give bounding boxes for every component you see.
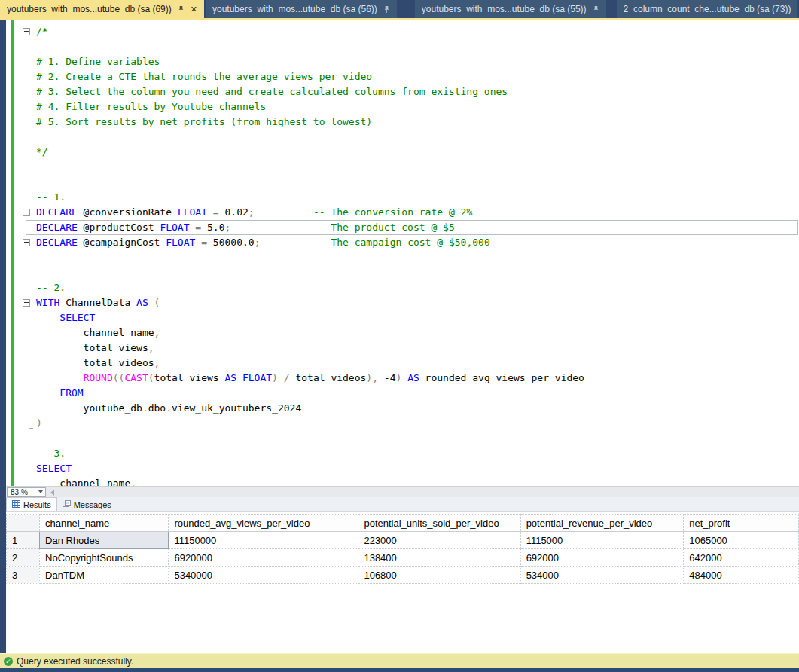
code-token: (( bbox=[113, 372, 125, 383]
results-tab-label: Results bbox=[23, 500, 51, 509]
fold-collapse-icon[interactable] bbox=[23, 209, 30, 216]
code-text: total_videos, bbox=[36, 357, 160, 368]
code-line[interactable]: */ bbox=[6, 145, 799, 160]
code-line[interactable]: # 5. Sort results by net profits (from h… bbox=[6, 115, 799, 130]
code-token: = bbox=[207, 206, 224, 218]
grid-cell[interactable]: NoCopyrightSounds bbox=[40, 549, 169, 567]
document-tab-label: 2_column_count_che...utube_db (sa (73)) bbox=[624, 4, 791, 14]
code-token: dbo bbox=[148, 402, 166, 414]
document-tab[interactable]: 2_column_count_che...utube_db (sa (73)) bbox=[617, 0, 798, 18]
code-line[interactable]: # 3. Select the column you need and crea… bbox=[6, 84, 799, 99]
close-icon[interactable]: ✕ bbox=[191, 5, 197, 14]
code-line[interactable]: FROM bbox=[6, 386, 799, 401]
code-token: @campaignCost bbox=[78, 237, 166, 248]
code-line[interactable] bbox=[6, 130, 799, 145]
code-line[interactable]: youtube_db.dbo.view_uk_youtubers_2024 bbox=[6, 401, 799, 416]
code-line[interactable]: WITH ChannelData AS ( bbox=[6, 295, 799, 310]
grid-cell[interactable]: 223000 bbox=[358, 532, 520, 549]
zoom-level-combo[interactable]: 83 % bbox=[7, 487, 46, 497]
grid-cell[interactable]: 6920000 bbox=[169, 549, 358, 567]
code-line[interactable] bbox=[6, 160, 799, 175]
code-text: DECLARE @productCost FLOAT = 5.0; -- The… bbox=[36, 221, 455, 233]
code-line[interactable]: total_views, bbox=[6, 341, 799, 356]
code-token bbox=[148, 297, 154, 308]
grid-cell[interactable]: 534000 bbox=[520, 567, 684, 584]
code-line[interactable]: total_videos, bbox=[6, 356, 799, 371]
code-line[interactable]: # 2. Create a CTE that rounds the averag… bbox=[6, 69, 799, 84]
grid-row-number[interactable]: 1 bbox=[7, 532, 40, 549]
horizontal-scrollbar[interactable] bbox=[49, 487, 799, 497]
code-text: WITH ChannelData AS ( bbox=[36, 297, 160, 308]
document-tab[interactable]: youtubers_with_mos...utube_db (sa (56)) bbox=[206, 0, 397, 18]
pin-icon[interactable] bbox=[178, 5, 185, 14]
sql-editor[interactable]: /*# 1. Define variables# 2. Create a CTE… bbox=[6, 20, 799, 486]
code-line[interactable]: # 1. Define variables bbox=[6, 54, 799, 69]
messages-icon bbox=[63, 500, 74, 509]
code-token: = bbox=[190, 221, 207, 233]
code-line[interactable]: DECLARE @productCost FLOAT = 5.0; -- The… bbox=[6, 220, 799, 235]
code-line[interactable]: DECLARE @campaignCost FLOAT = 50000.0; -… bbox=[6, 235, 799, 250]
grid-cell[interactable]: 138400 bbox=[358, 549, 520, 567]
code-line[interactable] bbox=[6, 265, 799, 280]
code-line[interactable]: channel_name, bbox=[6, 325, 799, 341]
code-token: ; bbox=[249, 206, 255, 218]
code-line[interactable]: SELECT bbox=[6, 461, 799, 476]
grid-cell[interactable]: 642000 bbox=[684, 549, 799, 567]
grid-cell[interactable]: 11150000 bbox=[169, 532, 358, 549]
code-line[interactable]: -- 2. bbox=[6, 280, 799, 295]
document-tab[interactable]: youtubers_with_mos...utube_db (sa (55)) bbox=[415, 0, 606, 18]
code-text: */ bbox=[36, 146, 48, 157]
code-line[interactable] bbox=[6, 431, 799, 446]
grid-row-number[interactable]: 3 bbox=[7, 567, 40, 584]
code-token: FLOAT bbox=[166, 237, 195, 248]
grid-corner-cell[interactable] bbox=[7, 515, 40, 532]
code-text: youtube_db.dbo.view_uk_youtubers_2024 bbox=[36, 402, 301, 414]
code-token: DECLARE bbox=[36, 221, 78, 233]
code-line[interactable]: ROUND((CAST(total_views AS FLOAT) / tota… bbox=[6, 371, 799, 386]
document-tab[interactable]: youtubers_with_mos...utube_db (sa (69))✕ bbox=[0, 0, 204, 18]
code-line[interactable]: SELECT bbox=[6, 310, 799, 325]
grid-cell[interactable]: 1115000 bbox=[520, 532, 684, 549]
grid-cell[interactable]: DanTDM bbox=[40, 567, 169, 584]
code-line[interactable]: -- 3. bbox=[6, 446, 799, 461]
code-line[interactable]: ) bbox=[6, 416, 799, 431]
grid-cell[interactable]: Dan Rhodes bbox=[40, 532, 169, 549]
code-line[interactable] bbox=[6, 175, 799, 190]
grid-column-header[interactable]: potential_units_sold_per_video bbox=[358, 515, 520, 532]
code-line[interactable]: DECLARE @conversionRate FLOAT = 0.02; --… bbox=[6, 205, 799, 220]
results-tab-messages[interactable]: Messages bbox=[57, 498, 117, 511]
code-token: = bbox=[195, 237, 212, 248]
grid-column-header[interactable]: net_profit bbox=[684, 515, 799, 532]
code-token: youtube_db bbox=[36, 402, 142, 414]
pin-icon[interactable] bbox=[593, 5, 599, 14]
fold-collapse-icon[interactable] bbox=[23, 28, 30, 35]
grid-cell[interactable]: 1065000 bbox=[684, 532, 799, 549]
success-check-icon: ✓ bbox=[4, 657, 13, 666]
grid-column-header[interactable]: rounded_avg_views_per_video bbox=[169, 515, 358, 532]
scroll-left-icon[interactable] bbox=[50, 490, 54, 496]
code-token: 0.02 bbox=[224, 206, 248, 218]
grid-cell[interactable]: 692000 bbox=[520, 549, 684, 567]
code-text: channel_name, bbox=[36, 327, 160, 338]
results-tab-results[interactable]: Results bbox=[6, 497, 57, 511]
grid-row-number[interactable]: 2 bbox=[7, 549, 40, 567]
code-token: FLOAT bbox=[178, 206, 207, 218]
fold-collapse-icon[interactable] bbox=[23, 299, 30, 307]
code-line[interactable]: -- 1. bbox=[6, 190, 799, 205]
grid-cell[interactable]: 106800 bbox=[358, 567, 520, 584]
results-tab-row: ResultsMessages bbox=[6, 497, 799, 512]
code-line[interactable]: channel_name, bbox=[6, 476, 799, 486]
code-token: # 3. Select the column you need and crea… bbox=[36, 86, 508, 97]
code-line[interactable]: /* bbox=[6, 24, 799, 39]
grid-cell[interactable]: 5340000 bbox=[169, 567, 358, 584]
fold-collapse-icon[interactable] bbox=[23, 239, 30, 246]
grid-column-header[interactable]: channel_name bbox=[40, 515, 169, 532]
code-token bbox=[36, 372, 84, 383]
code-line[interactable]: # 4. Filter results by Youtube channels bbox=[6, 99, 799, 115]
code-line[interactable] bbox=[6, 39, 799, 54]
grid-cell[interactable]: 484000 bbox=[684, 567, 799, 584]
pin-icon[interactable] bbox=[383, 5, 390, 14]
code-line[interactable] bbox=[6, 250, 799, 265]
grid-column-header[interactable]: potential_revenue_per_video bbox=[520, 515, 684, 532]
code-text: ) bbox=[36, 417, 42, 429]
